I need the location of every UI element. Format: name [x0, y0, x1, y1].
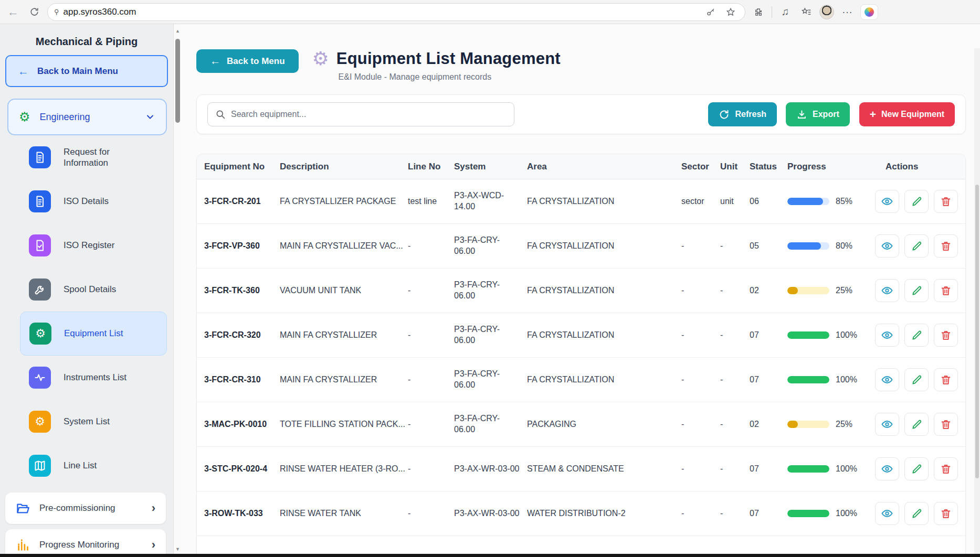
search-input[interactable] [231, 110, 507, 119]
view-button[interactable] [875, 279, 899, 302]
progress-bar [787, 287, 829, 294]
edit-button[interactable] [904, 457, 929, 480]
favorite-star-icon[interactable] [723, 4, 739, 20]
sidebar: Mechanical & Piping ← Back to Main Menu … [0, 24, 173, 557]
cell-area: PACKAGING [527, 420, 681, 429]
media-controls-icon[interactable]: ♫ [777, 4, 793, 20]
site-info-icon[interactable]: ⚲ [54, 8, 59, 16]
delete-button[interactable] [934, 234, 958, 258]
page-gear-icon: ⚙ [312, 49, 329, 68]
view-button[interactable] [875, 234, 899, 258]
address-bar[interactable]: ⚲ app.syros360.com [47, 3, 745, 21]
table-row: 3-MAC-PK-0010 TOTE FILLING STATION PACK.… [197, 402, 965, 447]
edit-button[interactable] [904, 324, 929, 347]
cell-system: P3-FA-CRY-06.00 [454, 413, 527, 435]
sidebar-item-line-list[interactable]: Line List [20, 444, 167, 488]
table-row: 3-FCR-CR-201 FA CRYSTALLIZER PACKAGE tes… [197, 179, 965, 224]
delete-button[interactable] [934, 368, 958, 391]
sidebar-item-request-for-information[interactable]: Request for Information [20, 135, 167, 179]
edit-button[interactable] [904, 234, 929, 258]
view-button[interactable] [875, 190, 899, 213]
export-button[interactable]: Export [786, 102, 850, 126]
cell-actions [874, 413, 961, 436]
view-button[interactable] [875, 413, 899, 436]
refresh-button[interactable]: Refresh [708, 102, 777, 126]
delete-button[interactable] [934, 279, 958, 302]
sidebar-item-iso-details[interactable]: ISO Details [20, 179, 167, 223]
scroll-up-arrow-icon[interactable]: ▲ [174, 28, 182, 34]
delete-button[interactable] [934, 413, 958, 436]
delete-button[interactable] [934, 457, 958, 480]
cell-system: P3-FA-CRY-06.00 [454, 369, 527, 391]
edit-button[interactable] [904, 368, 929, 391]
pencil-icon [911, 374, 923, 386]
cell-line-no: - [408, 420, 454, 429]
delete-button[interactable] [934, 502, 958, 525]
cell-sector: - [681, 241, 720, 251]
col-progress: Progress [787, 162, 874, 172]
cell-equipment-no: 3-STC-PK-020-4 [204, 464, 280, 474]
cell-status: 02 [750, 286, 787, 295]
col-sector: Sector [681, 162, 720, 172]
sidebar-item-system-list[interactable]: ⚙ System List [20, 400, 167, 444]
edit-button[interactable] [904, 190, 929, 213]
page-scrollbar[interactable] [974, 48, 980, 557]
scroll-down-arrow-icon[interactable]: ▼ [174, 547, 182, 552]
edit-button[interactable] [904, 413, 929, 436]
progress-bar [787, 331, 829, 339]
back-to-main-menu-button[interactable]: ← Back to Main Menu [5, 55, 168, 87]
view-button[interactable] [875, 324, 899, 347]
extensions-icon[interactable] [751, 4, 766, 20]
edit-button[interactable] [904, 502, 929, 525]
cell-unit: - [720, 420, 750, 429]
sidebar-item-label: ISO Details [64, 196, 150, 207]
back-to-menu-button[interactable]: ← Back to Menu [196, 49, 299, 73]
delete-button[interactable] [934, 324, 958, 347]
section-engineering[interactable]: ⚙ Engineering [7, 99, 167, 135]
browser-back-icon[interactable]: ← [5, 4, 21, 20]
url-text[interactable]: app.syros360.com [64, 7, 699, 17]
view-button[interactable] [875, 502, 899, 525]
settings-more-icon[interactable]: ··· [839, 4, 855, 20]
view-button[interactable] [875, 457, 899, 480]
sidebar-item-pre-commissioning[interactable]: Pre-commissioning › [5, 492, 166, 524]
copilot-icon[interactable] [860, 4, 878, 20]
delete-button[interactable] [934, 190, 958, 213]
sidebar-scrollbar[interactable]: ▲ ▼ [173, 24, 182, 557]
cell-area: STEAM & CONDENSATE [527, 464, 681, 474]
collections-icon[interactable] [798, 4, 814, 20]
cell-description: RINSE WATER TANK [280, 509, 408, 518]
cell-progress: 25% [787, 286, 874, 295]
page-scrollbar-thumb[interactable] [975, 185, 979, 478]
search-box[interactable] [207, 102, 514, 126]
cell-line-no: - [408, 464, 454, 474]
partial-next-row [197, 536, 965, 552]
new-equipment-button[interactable]: + New Equipment [859, 102, 955, 126]
sidebar-item-iso-register[interactable]: ISO Register [20, 223, 167, 267]
sidebar-scrollbar-thumb[interactable] [175, 39, 180, 123]
sidebar-item-equipment-list[interactable]: ⚙ Equipment List [20, 312, 167, 356]
cell-equipment-no: 3-FCR-CR-310 [204, 375, 280, 384]
password-key-icon[interactable] [703, 4, 719, 20]
sidebar-title: Mechanical & Piping [0, 36, 173, 48]
cell-actions [874, 324, 961, 347]
sidebar-item-progress-monitoring[interactable]: Progress Monitoring › [5, 529, 166, 557]
cell-status: 07 [750, 464, 787, 474]
cell-description: MAIN FA CRYSTALLIZER [280, 330, 408, 340]
sidebar-item-instruments-list[interactable]: Instruments List [20, 356, 167, 400]
col-unit: Unit [720, 162, 750, 172]
view-button[interactable] [875, 368, 899, 391]
cell-area: FA CRYSTALLIZATION [527, 241, 681, 251]
browser-refresh-icon[interactable] [26, 4, 42, 20]
back-arrow-icon: ← [18, 65, 29, 78]
sidebar-item-spool-details[interactable]: Spool Details [20, 267, 167, 312]
progress-bar [787, 465, 829, 473]
cell-description: VACUUM UNIT TANK [280, 286, 408, 295]
cell-equipment-no: 3-ROW-TK-033 [204, 509, 280, 518]
edit-button[interactable] [904, 279, 929, 302]
sidebar-item-icon [29, 190, 51, 212]
profile-avatar[interactable] [819, 5, 834, 19]
cell-actions [874, 279, 961, 302]
cell-line-no: - [408, 509, 454, 518]
sidebar-item-label: ISO Register [64, 240, 150, 251]
